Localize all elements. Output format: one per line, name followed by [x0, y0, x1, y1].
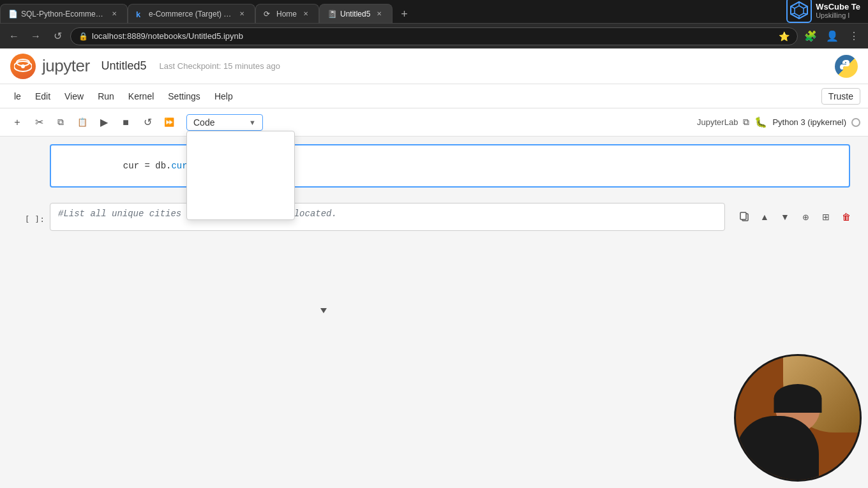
tab-close-1[interactable]: ✕ [109, 9, 119, 19]
run-cell-button[interactable]: ▶ [94, 113, 114, 132]
move-down-button[interactable]: ▼ [776, 208, 794, 226]
tab-close-2[interactable]: ✕ [237, 9, 247, 19]
add-below-button[interactable]: ⊕ [797, 208, 814, 226]
search-icon: ⭐ [779, 31, 789, 41]
external-link-icon: ⧉ [743, 117, 749, 128]
svg-rect-12 [740, 212, 746, 219]
jupyterlab-label[interactable]: JupyterLab [697, 117, 738, 127]
jupyter-logo-text: jupyter [42, 56, 90, 76]
profile-button[interactable]: 👤 [823, 27, 841, 45]
copy-to-clipboard-button[interactable] [735, 208, 753, 226]
menu-item-view[interactable]: View [58, 89, 90, 104]
kernel-status-circle [851, 118, 860, 127]
tab-untitled5[interactable]: 📓 Untitled5 ✕ [319, 4, 393, 23]
forward-button[interactable]: → [27, 27, 45, 45]
cell-number-1 [13, 144, 45, 148]
wscube-tagline: Upskilling I [816, 11, 860, 19]
menu-item-file[interactable]: le [8, 89, 27, 104]
python-logo [835, 55, 858, 78]
cell-container-1: cur = db.cursor() [0, 137, 868, 193]
cell-type-button[interactable]: Code ▼ [186, 114, 263, 131]
tab-label-3: Home [276, 10, 297, 18]
stop-kernel-button[interactable]: ■ [116, 113, 135, 132]
cell-type-dropdown-arrow: ▼ [249, 119, 256, 126]
address-bar: ← → ↺ 🔒 localhost:8889/notebooks/Untitle… [0, 23, 868, 48]
tab-close-3[interactable]: ✕ [301, 9, 311, 19]
tab-home[interactable]: ⟳ Home ✕ [255, 4, 319, 23]
cell-1: cur = db.cursor() [13, 144, 855, 188]
tab-label-2: e-Commerce (Target) Sales Dat... [149, 10, 233, 18]
new-tab-button[interactable]: + [395, 5, 413, 23]
cursor-pointer [322, 306, 325, 317]
menu-item-run[interactable]: Run [91, 89, 121, 104]
notebook-content: cur = db.cursor() [ ]: #List all unique … [0, 137, 868, 488]
svg-line-4 [804, 13, 807, 14]
tab-favicon-2: k [136, 10, 145, 18]
tab-favicon-3: ⟳ [264, 10, 273, 18]
copy-cell-button[interactable]: ⧉ [51, 113, 70, 132]
cell-type-select[interactable]: Code ▼ [186, 114, 263, 131]
tab-label-1: SQL-Python-Ecommerce-Proje... [21, 10, 105, 18]
jupyter-logo: jupyter [10, 54, 90, 79]
tab-favicon-1: 📄 [8, 10, 17, 18]
jupyter-logo-icon [10, 54, 36, 79]
kernel-info: Python 3 (ipykernel) [772, 117, 846, 127]
menu-item-kernel[interactable]: Kernel [122, 89, 160, 104]
lock-icon: 🔒 [79, 32, 88, 41]
url-bar[interactable]: 🔒 localhost:8889/notebooks/Untitled5.ipy… [70, 27, 798, 45]
jupyterlab-area: JupyterLab ⧉ 🐛 Python 3 (ipykernel) [697, 116, 860, 128]
menu-item-edit[interactable]: Edit [29, 89, 57, 104]
menu-bar: le Edit View Run Kernel Settings Help Tr… [0, 84, 868, 108]
cell-body-2[interactable]: #List all unique cities where customers … [50, 203, 725, 231]
person-hair [774, 384, 822, 413]
extensions-button[interactable]: 🧩 [802, 27, 819, 45]
svg-point-10 [21, 64, 25, 68]
paste-cell-button[interactable]: 📋 [73, 113, 92, 132]
person-body [736, 416, 819, 480]
tab-label-4: Untitled5 [340, 10, 370, 18]
toolbar: + ✂ ⧉ 📋 ▶ ■ ↺ ⏩ Code ▼ JupyterLab ⧉ 🐛 Py… [0, 108, 868, 137]
url-text: localhost:8889/notebooks/Untitled5.ipynb [92, 31, 243, 41]
menu-item-settings[interactable]: Settings [161, 89, 207, 104]
cell-container-2: [ ]: #List all unique cities where custo… [0, 193, 868, 236]
convert-cell-button[interactable]: ⊞ [817, 208, 835, 226]
notebook-title: Untitled5 [101, 59, 147, 73]
cell-body-1[interactable]: cur = db.cursor() [50, 144, 850, 188]
add-cell-button[interactable]: + [8, 113, 27, 132]
cell-type-dropdown [186, 131, 295, 220]
tab-ecommerce[interactable]: k e-Commerce (Target) Sales Dat... ✕ [128, 4, 255, 23]
svg-marker-1 [795, 6, 804, 16]
wscube-logo-icon [786, 0, 812, 23]
restart-kernel-button[interactable]: ↺ [138, 113, 157, 132]
cell-type-label: Code [193, 117, 214, 128]
reload-button[interactable]: ↺ [49, 27, 66, 45]
cell-number-2: [ ]: [13, 211, 45, 224]
tab-sql-python[interactable]: 📄 SQL-Python-Ecommerce-Proje... ✕ [0, 4, 128, 23]
wscube-name: WsCube Te [816, 2, 860, 11]
trust-button[interactable]: Truste [821, 88, 860, 105]
move-up-button[interactable]: ▲ [756, 208, 774, 226]
tab-bar: 📄 SQL-Python-Ecommerce-Proje... ✕ k e-Co… [0, 0, 868, 23]
bug-icon[interactable]: 🐛 [754, 116, 767, 128]
menu-item-help[interactable]: Help [208, 89, 239, 104]
wscube-logo: WsCube Te Upskilling I [779, 0, 868, 23]
cut-cell-button[interactable]: ✂ [29, 113, 49, 132]
tab-favicon-4: 📓 [327, 10, 336, 18]
settings-button[interactable]: ⋮ [845, 27, 863, 45]
jupyter-header: jupyter Untitled5 Last Checkpoint: 15 mi… [0, 48, 868, 84]
svg-line-6 [791, 13, 795, 14]
cell-2: [ ]: #List all unique cities where custo… [13, 203, 855, 231]
checkpoint-text: Last Checkpoint: 15 minutes ago [160, 61, 280, 71]
tab-close-4[interactable]: ✕ [374, 9, 384, 19]
webcam-overlay [734, 354, 862, 482]
run-all-button[interactable]: ⏩ [160, 113, 179, 132]
back-button[interactable]: ← [5, 27, 23, 45]
delete-cell-button[interactable]: 🗑 [837, 208, 855, 226]
